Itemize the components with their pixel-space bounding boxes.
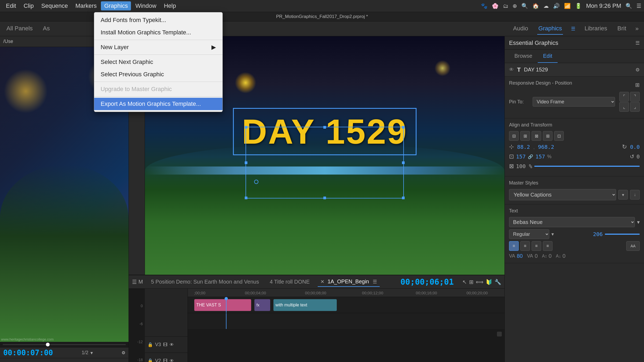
dropdown-select-prev[interactable]: Select Previous Graphic [94,68,222,81]
dropdown-export-template[interactable]: Export As Motion Graphics Template... [94,98,222,110]
layer-vis-icon[interactable]: 👁 [509,67,514,73]
menu-graphics[interactable]: Graphics [101,1,131,10]
ta-caps[interactable]: AA [626,241,640,251]
v2-lock[interactable]: 🔒 [148,358,153,362]
ctrl-camera-icon[interactable]: 📷 [96,360,103,362]
opacity-val[interactable]: 100 % [516,163,532,169]
ctrl-more-icon[interactable]: » [108,360,116,362]
left-scrubber-area[interactable] [0,342,129,347]
dropdown-select-next[interactable]: Select Next Graphic [94,56,222,68]
clip-vast[interactable]: THE VAST S [194,299,251,311]
rd-icon[interactable]: ⊞ [635,82,640,88]
v2-film[interactable]: 🎞 [163,359,167,362]
dropdown-add-fonts[interactable]: Add Fonts from Typekit... [94,14,222,26]
tab3-close-x[interactable]: ✕ [320,279,324,284]
left-zoom-control[interactable]: 1/2 ▾ [82,350,93,356]
master-style-select[interactable]: Yellow Captions [509,189,616,200]
ctrl-next-icon[interactable]: ⏭ [56,360,63,362]
tab-brit[interactable]: Brit [616,23,627,35]
menu-help[interactable]: Help [161,1,179,10]
dropdown-new-layer[interactable]: New Layer ▶ [94,41,222,53]
pos-y[interactable]: 968.2 [538,144,554,150]
kerning-val[interactable]: 80 [517,253,523,259]
scale-h[interactable]: 157 [535,153,545,160]
pin-tl[interactable]: ⌜ [619,92,629,102]
v2-eye[interactable]: 👁 [170,359,174,362]
align-right-icon[interactable]: ⊠ [532,131,541,141]
pin-bl[interactable]: ⌞ [619,102,629,112]
layer-settings-icon[interactable]: ⚙ [635,67,640,73]
baseline-val[interactable]: 0 [562,253,565,259]
v3-lock[interactable]: 🔒 [148,342,153,347]
pin-to-select[interactable]: Video Frame [533,97,615,107]
eg-tab-browse[interactable]: Browse [509,50,538,63]
ta-right[interactable]: ≡ [532,241,541,251]
tab-as[interactable]: As [42,23,51,35]
tl-tool-wrench[interactable]: 🔧 [495,279,501,285]
tl-tool-slip[interactable]: 🔰 [486,279,492,285]
timeline-tab-3[interactable]: ✕ 1A_OPEN_Begin ☰ [318,277,380,287]
menu-window[interactable]: Window [132,1,159,10]
eg-tab-edit[interactable]: Edit [538,50,558,63]
scale-link-icon[interactable]: 🔗 [528,154,533,159]
master-style-apply-btn[interactable]: ↓ [630,190,640,200]
timeline-tab-1[interactable]: 5 Position Demo: Sun Earth Moon and Venu… [148,277,262,287]
menu-sequence[interactable]: Sequence [38,1,71,10]
leading-val[interactable]: 0 [548,253,551,259]
tab-audio[interactable]: Audio [512,23,529,35]
tl-tool-select[interactable]: ↖ [462,279,467,285]
tracking-val[interactable]: 0 [535,253,538,259]
tab-more[interactable]: » [635,25,639,32]
clip-multiple-text[interactable]: with multiple text [273,299,337,311]
ta-justify[interactable]: ≡ [543,241,552,251]
ta-left[interactable]: ≡ [509,241,519,251]
zoom-down-icon[interactable]: ▾ [90,350,93,356]
master-style-arrow-down[interactable]: ▾ [618,190,628,200]
menu-edit[interactable]: Edit [3,1,19,10]
font-size-val[interactable]: 206 [593,231,603,237]
ctrl-prev-icon[interactable]: ⏮ [35,360,43,362]
menu-clip[interactable]: Clip [20,1,37,10]
v3-eye[interactable]: 👁 [170,342,174,347]
align-center-icon[interactable]: ⊞ [520,131,530,141]
timeline-tab-2[interactable]: 4 Title roll DONE [267,277,312,287]
ctrl-grid-icon[interactable]: ⊞ [3,360,10,362]
font-style-select[interactable]: Regular [509,229,549,239]
ta-center[interactable]: ≡ [520,241,530,251]
ctrl-export-icon[interactable]: 📤 [76,360,83,362]
ctrl-add-icon[interactable]: + [119,360,126,362]
rotation-val[interactable]: 0.0 [630,144,640,150]
tab-libraries[interactable]: Libraries [583,23,608,35]
opacity-slider[interactable] [534,166,640,167]
menu-search-icon[interactable]: 🔍 [625,3,632,9]
tab-all-panels[interactable]: All Panels [5,23,34,35]
layer-name[interactable]: DAY 1529 [524,67,548,73]
scale-reset-icon[interactable]: ↺ [630,153,634,160]
font-expand-icon[interactable]: ▾ [637,219,640,225]
left-scrubber-handle[interactable] [46,343,50,346]
align-top-icon[interactable]: ⊞ [543,131,552,141]
font-size-slider[interactable] [605,234,640,235]
pin-tc[interactable]: ⌝ [630,92,640,102]
align-left-icon[interactable]: ⊟ [509,131,519,141]
pin-bc[interactable]: ⌟ [630,102,640,112]
ctrl-settings-icon[interactable]: ⚙ [23,360,30,362]
eg-menu-icon[interactable]: ☰ [635,40,640,46]
tl-tool-ripple[interactable]: ⊞ [469,279,474,285]
ctrl-play-icon[interactable]: ▶ [46,360,53,362]
timeline-tab-menu-icon[interactable]: ☰ M [132,279,143,285]
dropdown-install-template[interactable]: Install Motion Graphics Template... [94,26,222,39]
font-select[interactable]: Bebas Neue [509,217,635,227]
ctrl-arrows-icon[interactable]: ↔ [13,360,20,362]
font-style-expand[interactable]: ▾ [551,231,554,237]
ctrl-loop-icon[interactable]: ↩ [66,360,73,362]
graphics-menu-icon[interactable]: ☰ [571,26,575,32]
tab3-menu-icon[interactable]: ☰ [373,279,377,284]
pos-x[interactable]: 88.2 [517,144,530,150]
scale-w[interactable]: 157 [516,153,526,160]
tl-tool-roll[interactable]: ⟺ [476,279,484,285]
clip-fx[interactable]: fx [254,299,270,311]
menu-hamburger-icon[interactable]: ☰ [636,3,641,9]
anchor-point[interactable] [254,180,258,184]
tab-graphics[interactable]: Graphics [537,23,563,35]
